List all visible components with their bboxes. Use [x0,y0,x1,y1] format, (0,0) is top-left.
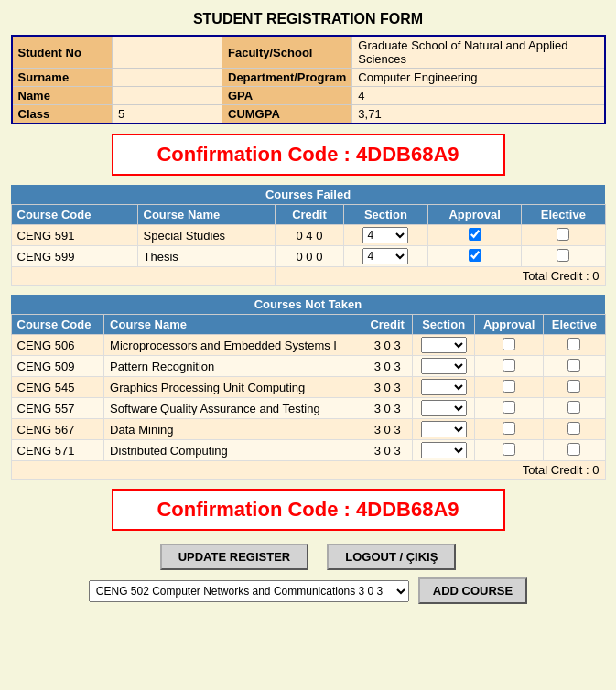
cf-row2-elective[interactable] [522,246,605,267]
courses-failed-header: Courses Failed [11,185,605,205]
cnt-row2-section[interactable]: 12 [413,356,475,377]
cnt-row4-section[interactable]: 12 [413,398,475,419]
cnt-row1-section[interactable]: 12 [413,335,475,356]
logout-button[interactable]: LOGOUT / ÇIKIŞ [327,544,456,570]
cf-row2-section[interactable]: 4 1 2 3 [343,246,428,267]
confirmation-box-2: Confirmation Code : 4DDB68A9 [112,489,505,531]
table-row: CENG 545 Graphics Processing Unit Comput… [11,377,605,398]
table-row: CENG 557 Software Quality Assurance and … [11,398,605,419]
courses-not-taken-total-row: Total Credit : 0 [11,461,605,480]
cnt-row1-code: CENG 506 [11,335,104,356]
cnt-row3-approval[interactable] [475,377,544,398]
student-no-value [113,36,222,69]
cnt-row4-elective[interactable] [544,398,605,419]
cnt-row6-section[interactable]: 12 [413,440,475,461]
cnt-col-credit: Credit [362,315,413,335]
cf-col-name: Course Name [137,205,276,225]
cf-row1-approval[interactable] [428,225,522,246]
student-info-table: Student No Faculty/School Graduate Schoo… [11,35,606,124]
cf-row1-elective[interactable] [522,225,605,246]
gpa-value: 4 [352,87,605,105]
add-course-button[interactable]: ADD COURSE [418,577,527,604]
cnt-row3-elective[interactable] [544,377,605,398]
cf-row1-name: Special Studies [137,225,276,246]
cf-col-approval: Approval [428,205,522,225]
cnt-row2-credit: 3 0 3 [362,356,413,377]
gpa-label: GPA [222,87,352,105]
table-row: CENG 506 Microprocessors and Embedded Sy… [11,335,605,356]
cnt-row5-elective[interactable] [544,419,605,440]
cnt-col-approval: Approval [475,315,544,335]
courses-not-taken-header: Courses Not Taken [11,295,605,315]
cnt-row2-elective[interactable] [544,356,605,377]
cnt-row6-credit: 3 0 3 [362,440,413,461]
update-register-button[interactable]: UPDATE REGISTER [160,544,309,570]
cf-row1-credit: 0 4 0 [276,225,343,246]
cnt-col-code: Course Code [11,315,104,335]
table-row: CENG 599 Thesis 0 0 0 4 1 2 3 [11,246,605,267]
cnt-row3-section[interactable]: 12 [413,377,475,398]
name-value [113,87,222,105]
cf-col-elective: Elective [522,205,605,225]
buttons-row: UPDATE REGISTER LOGOUT / ÇIKIŞ [0,544,616,570]
cf-row2-name: Thesis [137,246,276,267]
cnt-row6-name: Distributed Computing [104,440,362,461]
cnt-row5-name: Data Mining [104,419,362,440]
cf-row2-approval[interactable] [428,246,522,267]
table-row: CENG 509 Pattern Recognition 3 0 3 12 [11,356,605,377]
cnt-row1-approval[interactable] [475,335,544,356]
cnt-row3-code: CENG 545 [11,377,104,398]
cnt-row2-approval[interactable] [475,356,544,377]
confirmation-text-2: Confirmation Code : 4DDB68A9 [157,498,459,521]
cnt-row1-name: Microprocessors and Embedded Systems I [104,335,362,356]
cnt-row1-elective[interactable] [544,335,605,356]
surname-label: Surname [12,69,113,87]
cnt-row6-approval[interactable] [475,440,544,461]
cf-col-credit: Credit [276,205,343,225]
confirmation-box-1: Confirmation Code : 4DDB68A9 [112,134,505,176]
cnt-row6-elective[interactable] [544,440,605,461]
cf-row2-code: CENG 599 [11,246,137,267]
cf-row2-credit: 0 0 0 [276,246,343,267]
courses-not-taken-total: Total Credit : 0 [362,461,605,480]
surname-value [113,69,222,87]
cnt-row5-approval[interactable] [475,419,544,440]
name-label: Name [12,87,113,105]
cnt-row4-code: CENG 557 [11,398,104,419]
cumgpa-label: CUMGPA [222,105,352,124]
table-row: CENG 567 Data Mining 3 0 3 12 [11,419,605,440]
cf-row1-section[interactable]: 4 1 2 3 [343,225,428,246]
class-value: 5 [113,105,222,124]
cnt-row5-code: CENG 567 [11,419,104,440]
cumgpa-value: 3,71 [352,105,605,124]
cnt-col-name: Course Name [104,315,362,335]
cnt-row2-code: CENG 509 [11,356,104,377]
cnt-row5-section[interactable]: 12 [413,419,475,440]
table-row: CENG 591 Special Studies 0 4 0 4 1 2 3 [11,225,605,246]
faculty-value: Graduate School of Natural and Applied S… [352,36,605,69]
add-course-row: CENG 502 Computer Networks and Communica… [0,577,616,604]
cnt-col-section: Section [413,315,475,335]
cnt-row4-name: Software Quality Assurance and Testing [104,398,362,419]
courses-failed-total: Total Credit : 0 [276,267,605,286]
cnt-row3-name: Graphics Processing Unit Computing [104,377,362,398]
cnt-col-elective: Elective [544,315,605,335]
cnt-row4-credit: 3 0 3 [362,398,413,419]
courses-failed-table: Courses Failed Course Code Course Name C… [11,185,606,286]
cnt-row4-approval[interactable] [475,398,544,419]
courses-not-taken-table: Courses Not Taken Course Code Course Nam… [11,295,606,480]
cnt-row6-code: CENG 571 [11,440,104,461]
faculty-label: Faculty/School [222,36,352,69]
dept-label: Department/Program [222,69,352,87]
cnt-row3-credit: 3 0 3 [362,377,413,398]
page-title: STUDENT REGISTRATION FORM [0,0,616,35]
dept-value: Computer Engineering [352,69,605,87]
class-label: Class [12,105,113,124]
confirmation-text-1: Confirmation Code : 4DDB68A9 [157,143,459,166]
student-no-label: Student No [12,36,113,69]
cnt-row1-credit: 3 0 3 [362,335,413,356]
cf-row1-code: CENG 591 [11,225,137,246]
course-dropdown[interactable]: CENG 502 Computer Networks and Communica… [89,580,409,602]
cnt-row5-credit: 3 0 3 [362,419,413,440]
cf-col-code: Course Code [11,205,137,225]
